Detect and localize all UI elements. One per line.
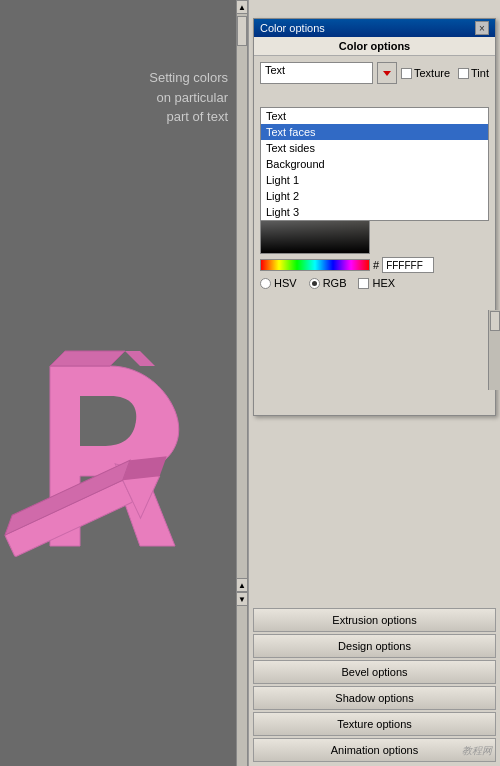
- bottom-scroll-area[interactable]: ▲ ▼: [236, 578, 248, 606]
- animation-options-button[interactable]: Animation options: [253, 738, 496, 762]
- dialog-title: Color options: [260, 22, 325, 34]
- dropdown-arrow-icon: [383, 71, 391, 76]
- dropdown-item-light1[interactable]: Light 1: [261, 172, 488, 188]
- hex-input[interactable]: [382, 257, 434, 273]
- dropdown-item-background[interactable]: Background: [261, 156, 488, 172]
- hex-display-area: #: [373, 257, 434, 273]
- tint-checkbox-item[interactable]: Tint: [458, 67, 489, 79]
- radio-row: HSV RGB HEX: [260, 277, 489, 289]
- right-scroll-thumb[interactable]: [490, 311, 500, 331]
- dropdown-row: Text Texture Tint: [260, 62, 489, 84]
- checkbox-row: Texture Tint: [401, 67, 489, 79]
- rgb-label: RGB: [323, 277, 347, 289]
- hue-slider[interactable]: [260, 259, 370, 271]
- hex-label: HEX: [372, 277, 395, 289]
- spectrum-row: #: [260, 257, 489, 273]
- scroll-down-arrow2[interactable]: ▼: [236, 592, 248, 606]
- dropdown-item-text[interactable]: Text: [261, 108, 488, 124]
- dropdown-item-light3[interactable]: Light 3: [261, 204, 488, 220]
- hex-checkbox-item[interactable]: HEX: [358, 277, 395, 289]
- tint-label: Tint: [471, 67, 489, 79]
- dialog-content: Text Texture Tint Te: [254, 56, 495, 415]
- right-scrollbar[interactable]: [488, 310, 500, 390]
- texture-checkbox[interactable]: [401, 68, 412, 79]
- hsv-radio-item[interactable]: HSV: [260, 277, 297, 289]
- tint-checkbox[interactable]: [458, 68, 469, 79]
- canvas-label: Setting colors on particular part of tex…: [149, 68, 228, 127]
- hex-checkbox[interactable]: [358, 278, 369, 289]
- dropdown-item-textfaces[interactable]: Text faces: [261, 124, 488, 140]
- scroll-thumb[interactable]: [237, 16, 247, 46]
- rgb-radio-item[interactable]: RGB: [309, 277, 347, 289]
- dialog-close-button[interactable]: ×: [475, 21, 489, 35]
- design-options-button[interactable]: Design options: [253, 634, 496, 658]
- texture-label: Texture: [414, 67, 450, 79]
- dialog-empty-area: [260, 289, 489, 409]
- dropdown-item-light2[interactable]: Light 2: [261, 188, 488, 204]
- right-panel: Color options × Color options Text Textu…: [248, 0, 500, 766]
- 3d-text-shape: [0, 266, 248, 766]
- left-scrollbar[interactable]: ▲: [236, 0, 248, 766]
- dialog-header: Color options: [254, 37, 495, 56]
- hash-symbol: #: [373, 259, 379, 271]
- bottom-buttons: Extrusion options Design options Bevel o…: [249, 604, 500, 766]
- watermark: 教程网: [462, 744, 492, 758]
- scroll-up-arrow[interactable]: ▲: [236, 0, 248, 14]
- dropdown-item-textsides[interactable]: Text sides: [261, 140, 488, 156]
- hsv-label: HSV: [274, 277, 297, 289]
- canvas-area: Setting colors on particular part of tex…: [0, 0, 248, 766]
- bevel-options-button[interactable]: Bevel options: [253, 660, 496, 684]
- rgb-radio[interactable]: [309, 278, 320, 289]
- dropdown-arrow-button[interactable]: [377, 62, 397, 84]
- dialog-titlebar: Color options ×: [254, 19, 495, 37]
- hsv-radio[interactable]: [260, 278, 271, 289]
- hue-slider-container[interactable]: [260, 259, 370, 271]
- color-dialog: Color options × Color options Text Textu…: [253, 18, 496, 416]
- scroll-down-arrow1[interactable]: ▲: [236, 578, 248, 592]
- extrusion-options-button[interactable]: Extrusion options: [253, 608, 496, 632]
- shadow-options-button[interactable]: Shadow options: [253, 686, 496, 710]
- texture-checkbox-item[interactable]: Texture: [401, 67, 450, 79]
- dropdown-list: Text Text faces Text sides Background Li…: [260, 107, 489, 221]
- color-type-dropdown[interactable]: Text: [260, 62, 373, 84]
- texture-options-button[interactable]: Texture options: [253, 712, 496, 736]
